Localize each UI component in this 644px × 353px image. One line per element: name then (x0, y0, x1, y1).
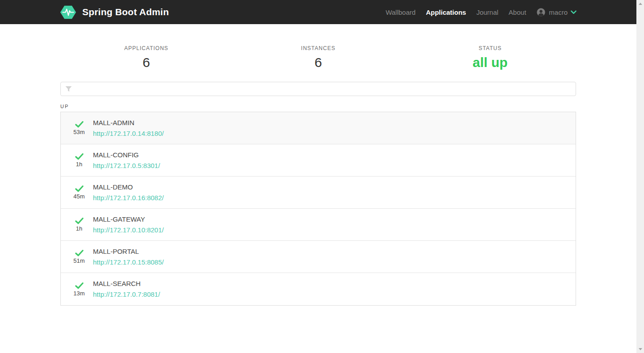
status-up-check-icon (75, 217, 84, 224)
status-up-check-icon (75, 249, 84, 256)
application-url-link[interactable]: http://172.17.0.10:8201/ (93, 225, 164, 235)
row-status-cell: 53m (61, 121, 93, 135)
application-name: MALL-CONFIG (93, 150, 160, 160)
uptime-label: 45m (73, 193, 84, 200)
stat-instances-value: 6 (232, 55, 404, 70)
application-row-mall-search[interactable]: 13m MALL-SEARCH http://172.17.0.7:8081/ (61, 273, 576, 305)
page-scrollbar[interactable] (636, 0, 644, 353)
uptime-label: 53m (73, 129, 84, 135)
stat-applications: APPLICATIONS 6 (60, 45, 232, 70)
row-main-cell: MALL-GATEWAY http://172.17.0.10:8201/ (93, 214, 164, 235)
uptime-label: 13m (73, 290, 84, 297)
stat-applications-label: APPLICATIONS (60, 45, 232, 51)
filter-box[interactable] (60, 82, 576, 96)
uptime-label: 1h (76, 161, 82, 168)
stat-applications-value: 6 (60, 55, 232, 70)
nav-item-journal[interactable]: Journal (476, 8, 498, 16)
funnel-icon (65, 86, 72, 92)
row-status-cell: 51m (61, 249, 93, 264)
application-name: MALL-SEARCH (93, 278, 160, 289)
main-content: APPLICATIONS 6 INSTANCES 6 STATUS all up (60, 24, 576, 306)
row-status-cell: 1h (61, 217, 93, 232)
navbar-inner: Spring Boot Admin Wallboard Applications… (60, 0, 577, 24)
stat-instances-label: INSTANCES (232, 45, 404, 51)
application-url-link[interactable]: http://172.17.0.14:8180/ (93, 128, 164, 139)
scrollbar-up-arrow-icon[interactable] (636, 0, 644, 8)
uptime-label: 1h (76, 225, 82, 232)
application-url-link[interactable]: http://172.17.0.15:8085/ (93, 257, 164, 268)
row-main-cell: MALL-PORTAL http://172.17.0.15:8085/ (93, 246, 164, 268)
uptime-label: 51m (73, 257, 84, 264)
row-status-cell: 45m (61, 185, 93, 200)
status-up-check-icon (75, 153, 84, 160)
nav-item-applications[interactable]: Applications (426, 8, 466, 16)
application-url-link[interactable]: http://172.17.0.16:8082/ (93, 193, 164, 203)
chevron-down-icon (571, 10, 577, 14)
row-status-cell: 13m (61, 282, 93, 297)
application-list: 53m MALL-ADMIN http://172.17.0.14:8180/ … (60, 112, 576, 306)
application-name: MALL-ADMIN (93, 118, 164, 128)
row-status-cell: 1h (61, 153, 93, 168)
application-row-mall-demo[interactable]: 45m MALL-DEMO http://172.17.0.16:8082/ (61, 176, 576, 209)
application-row-mall-gateway[interactable]: 1h MALL-GATEWAY http://172.17.0.10:8201/ (61, 209, 576, 241)
row-main-cell: MALL-CONFIG http://172.17.0.5:8301/ (93, 150, 160, 171)
status-up-check-icon (75, 185, 84, 192)
row-main-cell: MALL-DEMO http://172.17.0.16:8082/ (93, 182, 164, 203)
scrollbar-down-arrow-icon[interactable] (636, 345, 644, 353)
brand-title: Spring Boot Admin (82, 7, 169, 17)
nav-item-wallboard[interactable]: Wallboard (386, 8, 416, 16)
status-up-check-icon (75, 121, 84, 128)
stat-instances: INSTANCES 6 (232, 45, 404, 70)
application-row-mall-config[interactable]: 1h MALL-CONFIG http://172.17.0.5:8301/ (61, 144, 576, 176)
nav-menu: Wallboard Applications Journal About (375, 8, 577, 17)
group-label-up: UP (60, 104, 576, 109)
application-url-link[interactable]: http://172.17.0.7:8081/ (93, 289, 160, 300)
stat-status-label: STATUS (404, 45, 576, 51)
stat-status-value: all up (404, 55, 576, 70)
row-main-cell: MALL-ADMIN http://172.17.0.14:8180/ (93, 118, 164, 139)
application-url-link[interactable]: http://172.17.0.5:8301/ (93, 160, 160, 171)
row-main-cell: MALL-SEARCH http://172.17.0.7:8081/ (93, 278, 160, 300)
stat-status: STATUS all up (404, 45, 576, 70)
application-name: MALL-GATEWAY (93, 214, 164, 225)
application-name: MALL-DEMO (93, 182, 164, 193)
page: Spring Boot Admin Wallboard Applications… (0, 0, 636, 353)
application-name: MALL-PORTAL (93, 246, 164, 257)
brand-link[interactable]: Spring Boot Admin (60, 5, 169, 20)
overview-stats: APPLICATIONS 6 INSTANCES 6 STATUS all up (60, 24, 576, 70)
user-name: macro (549, 8, 568, 16)
filter-input[interactable] (76, 85, 571, 93)
application-row-mall-portal[interactable]: 51m MALL-PORTAL http://172.17.0.15:8085/ (61, 241, 576, 273)
navbar: Spring Boot Admin Wallboard Applications… (0, 0, 636, 24)
application-row-mall-admin[interactable]: 53m MALL-ADMIN http://172.17.0.14:8180/ (61, 112, 576, 144)
nav-item-about[interactable]: About (509, 8, 526, 16)
user-menu[interactable]: macro (536, 8, 577, 17)
spring-boot-admin-logo-icon (60, 5, 76, 20)
viewport: Spring Boot Admin Wallboard Applications… (0, 0, 644, 353)
status-up-check-icon (75, 282, 84, 289)
user-avatar-icon (536, 8, 546, 17)
